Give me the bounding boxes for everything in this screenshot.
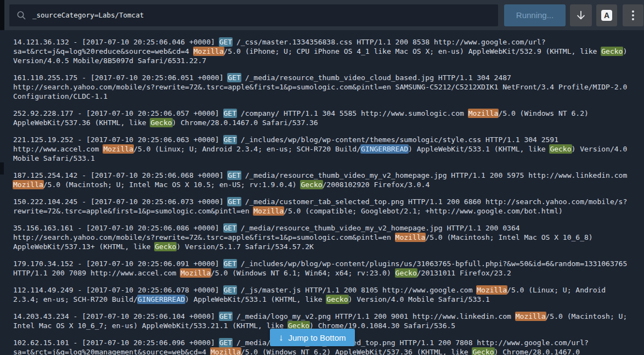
overflow-menu-button[interactable] (623, 4, 643, 26)
log-entry: 14.121.36.132 - [2017-07-10 20:25:06.046… (13, 37, 633, 65)
jump-to-bottom-button[interactable]: ↓ Jump to Bottom (270, 329, 355, 346)
log-entry: 150.222.104.245 - [2017-07-10 20:25:06.0… (13, 197, 633, 216)
search-input[interactable] (31, 10, 483, 20)
search-icon (16, 10, 26, 20)
log-entry: 161.110.255.175 - [2017-07-10 20:25:06.0… (13, 73, 633, 101)
log-entry: 187.125.254.142 - [2017-07-10 20:25:06.0… (13, 171, 633, 189)
left-edge-strip (0, 0, 4, 30)
font-icon: A (601, 10, 612, 21)
scrollbar-thumb[interactable] (0, 162, 4, 174)
arrow-down-button[interactable] (570, 4, 592, 26)
log-entry: 14.203.43.234 - [2017-07-10 20:25:06.104… (13, 312, 633, 330)
log-entry: 112.114.49.249 - [2017-07-10 20:25:06.07… (13, 285, 633, 304)
font-size-button[interactable]: A (596, 4, 617, 26)
log-stream: 14.121.36.132 - [2017-07-10 20:25:06.046… (0, 30, 644, 355)
search-box[interactable] (9, 4, 498, 26)
log-entry: 35.156.163.161 - [2017-07-10 20:25:06.08… (13, 223, 633, 251)
log-entry: 221.125.19.252 - [2017-07-10 20:25:06.06… (13, 135, 633, 163)
arrow-down-icon: ↓ (279, 333, 284, 342)
toolbar: Running... A (0, 0, 644, 30)
log-entry: 252.92.228.177 - [2017-07-10 20:25:06.05… (13, 109, 633, 127)
jump-to-bottom-label: Jump to Bottom (289, 333, 346, 342)
running-button[interactable]: Running... (504, 4, 566, 26)
kebab-icon (632, 10, 634, 20)
arrow-down-icon (575, 9, 587, 21)
log-entry: 179.170.34.152 - [2017-07-10 20:25:06.09… (13, 259, 633, 278)
